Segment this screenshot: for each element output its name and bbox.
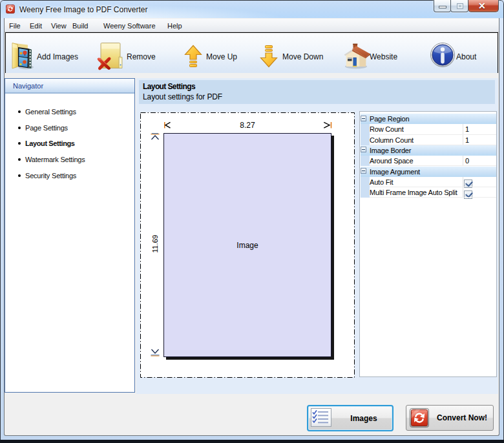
svg-text:11.69: 11.69: [151, 235, 159, 253]
